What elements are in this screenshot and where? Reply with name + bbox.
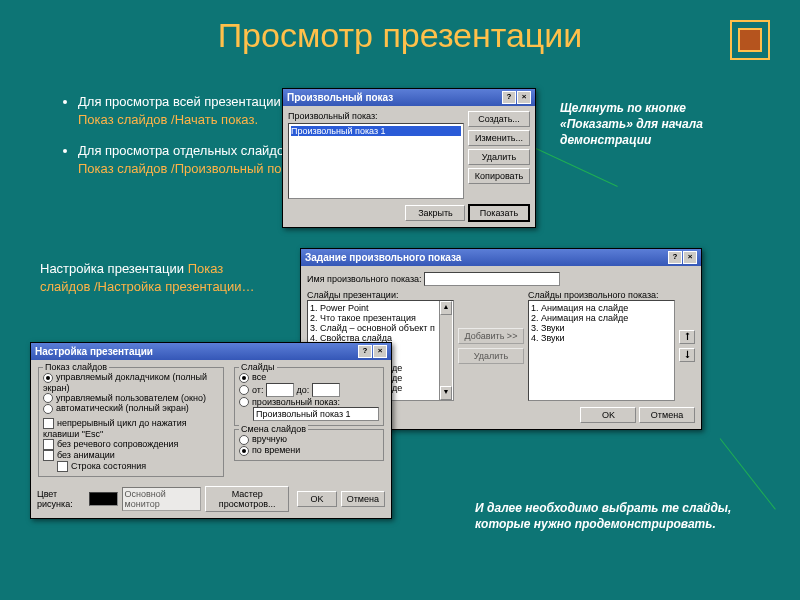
manual-radio[interactable]: вручную [239,434,379,445]
remove-button[interactable]: Удалить [458,348,524,364]
close-icon[interactable]: × [373,345,387,358]
move-up-button[interactable]: 🠕 [679,330,695,344]
dlg2-title: Задание произвольного показа [305,252,461,263]
animation-check[interactable]: без анимации [43,450,219,461]
ok-button[interactable]: OK [297,491,336,507]
narration-check[interactable]: без речевого сопровождения [43,439,219,450]
slideshow-icon [730,20,770,60]
pen-color-label: Цвет рисунка: [37,489,85,509]
bullet-1: Для просмотра всей презентации Показ сла… [78,93,312,128]
ok-button[interactable]: OK [580,407,636,423]
close-button[interactable]: Закрыть [405,205,465,221]
copy-button[interactable]: Копировать [468,168,530,184]
dlg1-title: Произвольный показ [287,92,393,103]
close-icon[interactable]: × [517,91,531,104]
statusbar-check[interactable]: Строка состояния [57,461,219,472]
list-item: Произвольный показ 1 [291,126,461,136]
custom-show-dialog: Произвольный показ?× Произвольный показ:… [282,88,536,228]
pen-color-select[interactable] [89,492,118,506]
cancel-button[interactable]: Отмена [341,491,385,507]
list-item[interactable]: 1. Power Point [310,303,451,313]
loop-check[interactable]: непрерывный цикл до нажатия клавиши "Esc… [43,418,219,439]
pointer-line-2 [720,438,776,510]
from-input[interactable] [266,383,294,397]
scroll-down-icon[interactable]: ▼ [440,386,452,400]
delete-button[interactable]: Удалить [468,149,530,165]
list-item[interactable]: 2. Анимация на слайде [531,313,672,323]
help-icon[interactable]: ? [502,91,516,104]
list-item[interactable]: 3. Слайд – основной объект п [310,323,451,333]
para-setup: Настройка презентации Показ слайдов /Нас… [40,260,270,295]
dlg3-title: Настройка презентации [35,346,153,357]
list-item[interactable]: 3. Звуки [531,323,672,333]
slides-group: Слайды все от: до: произвольный показ: П… [234,367,384,426]
add-button[interactable]: Добавить >> [458,328,524,344]
name-label: Имя произвольного показа: [307,274,422,284]
advance-group: Смена слайдов вручную по времени [234,429,384,460]
all-radio[interactable]: все [239,372,379,383]
page-title: Просмотр презентации [0,0,800,55]
timed-radio[interactable]: по времени [239,445,379,456]
edit-button[interactable]: Изменить... [468,130,530,146]
user-radio[interactable]: управляемый пользователем (окно) [43,393,219,404]
list-item[interactable]: 2. Что такое презентация [310,313,451,323]
note-show: Щелкнуть по кнопке «Показать» для начала… [560,100,760,149]
name-input[interactable]: Произвольный показ 1 [424,272,560,286]
list-item[interactable]: 1. Анимация на слайде [531,303,672,313]
list-item[interactable]: 4. Звуки [531,333,672,343]
custom-show-list[interactable]: Произвольный показ 1 [288,123,464,199]
kiosk-radio[interactable]: автоматический (полный экран) [43,403,219,414]
help-icon[interactable]: ? [358,345,372,358]
right-label: Слайды произвольного показа: [528,290,675,300]
master-button[interactable]: Мастер просмотров... [205,486,289,512]
custom-slides-list[interactable]: 1. Анимация на слайде2. Анимация на слай… [528,300,675,401]
range-radio[interactable]: от: до: [239,383,379,397]
close-icon[interactable]: × [683,251,697,264]
custom-show-label: Произвольный показ: [288,111,464,121]
custom-radio[interactable]: произвольный показ: [239,397,379,408]
to-input[interactable] [312,383,340,397]
help-icon[interactable]: ? [668,251,682,264]
left-label: Слайды презентации: [307,290,454,300]
setup-show-dialog: Настройка презентации?× Показ слайдов уп… [30,342,392,519]
note-select: И далее необходимо выбрать те слайды, ко… [475,500,775,532]
bullet-list: Для просмотра всей презентации Показ сла… [22,93,312,191]
pointer-line-1 [536,148,618,187]
bullet-2: Для просмотра отдельных слайдов Показ сл… [78,142,312,177]
presenter-radio[interactable]: управляемый докладчиком (полный экран) [43,372,219,393]
show-button[interactable]: Показать [468,204,530,222]
scroll-up-icon[interactable]: ▲ [440,301,452,315]
cancel-button[interactable]: Отмена [639,407,695,423]
show-type-group: Показ слайдов управляемый докладчиком (п… [38,367,224,477]
move-down-button[interactable]: 🠗 [679,348,695,362]
monitor-select[interactable]: Основной монитор [122,487,202,511]
create-button[interactable]: Создать... [468,111,530,127]
custom-select[interactable]: Произвольный показ 1 [253,407,379,421]
